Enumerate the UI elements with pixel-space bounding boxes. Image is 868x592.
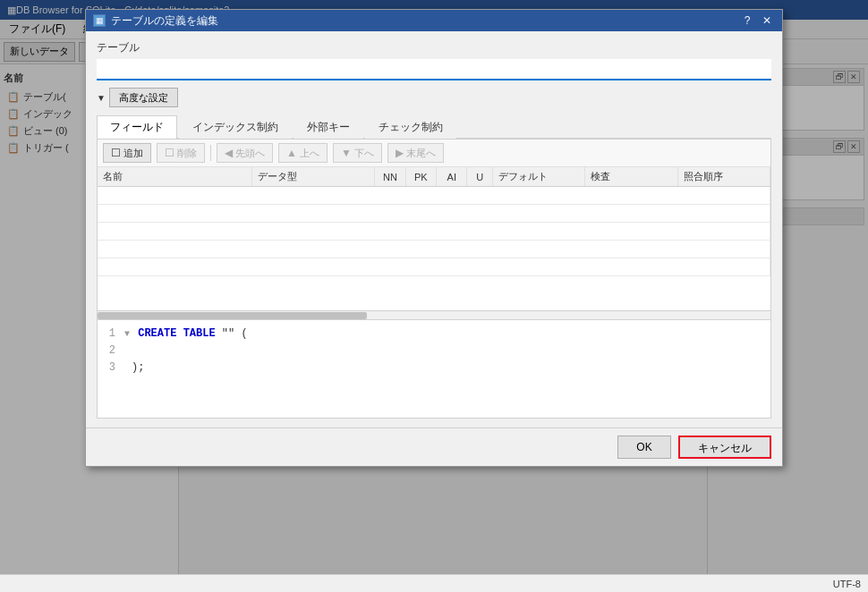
sql-preview-area: 1 2 3 ▼ CREATE TABLE "" ( );	[97, 320, 771, 419]
encoding-label: UTF-8	[833, 579, 861, 589]
fields-toolbar: ☐ 追加 ☐ 削除 ◀ 先頭へ ▲ 上へ	[98, 140, 770, 167]
tab-index-constraints[interactable]: インデックス制約	[179, 115, 292, 139]
collapse-icon[interactable]: ▼	[124, 329, 130, 339]
advanced-toggle[interactable]: ▼ 高度な設定	[97, 88, 771, 107]
modal-controls: ? ✕	[739, 13, 775, 28]
sql-line-1: ▼ CREATE TABLE "" (	[124, 326, 765, 343]
table-row	[98, 258, 770, 276]
toolbar-separator	[210, 145, 211, 161]
modal-content: テーブル ▼ 高度な設定 フィールド インデックス制約 外部キー チェック制約 …	[86, 31, 782, 427]
modal-overlay: ▦ テーブルの定義を編集 ? ✕ テーブル ▼ 高度な設定 フィールド インデッ…	[0, 0, 868, 592]
table-row	[98, 223, 770, 241]
col-nn: NN	[375, 167, 405, 187]
modal-titlebar: ▦ テーブルの定義を編集 ? ✕	[86, 10, 782, 31]
scrollbar-thumb	[98, 312, 367, 319]
move-last-btn[interactable]: ▶ 末尾へ	[387, 143, 444, 163]
sql-code: ▼ CREATE TABLE "" ( );	[124, 326, 765, 412]
add-field-btn[interactable]: ☐ 追加	[103, 143, 151, 163]
delete-icon: ☐	[165, 147, 174, 159]
col-u: U	[467, 167, 493, 187]
table-name-input[interactable]	[97, 59, 771, 80]
table-label: テーブル	[97, 40, 771, 55]
col-name: 名前	[98, 167, 251, 187]
arrow-down-icon: ▼	[97, 93, 106, 103]
modal-footer: OK キャンセル	[86, 427, 782, 466]
tab-check-constraints[interactable]: チェック制約	[365, 115, 456, 139]
fields-table-body	[98, 187, 770, 276]
horizontal-scrollbar[interactable]	[98, 310, 770, 319]
fields-table-container: ☐ 追加 ☐ 削除 ◀ 先頭へ ▲ 上へ	[97, 139, 771, 320]
fields-table: 名前 データ型 NN PK AI U デフォルト 検査 照合順序	[98, 167, 770, 276]
fields-scroll-area[interactable]: 名前 データ型 NN PK AI U デフォルト 検査 照合順序	[98, 167, 770, 310]
move-up-btn[interactable]: ▲ 上へ	[278, 143, 328, 163]
col-collation: 照合順序	[677, 167, 770, 187]
col-check: 検査	[585, 167, 677, 187]
delete-field-btn[interactable]: ☐ 削除	[157, 143, 205, 163]
tabs-bar: フィールド インデックス制約 外部キー チェック制約	[97, 114, 771, 139]
tab-foreign-keys[interactable]: 外部キー	[294, 115, 363, 139]
modal-title: テーブルの定義を編集	[111, 13, 734, 29]
cancel-btn[interactable]: キャンセル	[678, 436, 771, 459]
sql-line-3: );	[124, 359, 765, 376]
move-down-btn[interactable]: ▼ 下へ	[333, 143, 382, 163]
tab-fields[interactable]: フィールド	[97, 115, 177, 139]
table-row	[98, 241, 770, 258]
col-ai: AI	[437, 167, 467, 187]
edit-table-modal: ▦ テーブルの定義を編集 ? ✕ テーブル ▼ 高度な設定 フィールド インデッ…	[85, 9, 783, 467]
table-row	[98, 205, 770, 223]
add-icon: ☐	[111, 147, 121, 159]
modal-help-btn[interactable]: ?	[739, 13, 755, 28]
table-row	[98, 187, 770, 205]
ok-btn[interactable]: OK	[617, 436, 671, 459]
move-first-btn[interactable]: ◀ 先頭へ	[217, 143, 273, 163]
move-down-icon: ▼	[341, 147, 352, 159]
col-type: データ型	[251, 167, 375, 187]
move-first-icon: ◀	[225, 147, 233, 159]
col-default: デフォルト	[493, 167, 585, 187]
line-numbers: 1 2 3	[103, 326, 124, 412]
modal-titlebar-icon: ▦	[93, 14, 106, 27]
move-up-icon: ▲	[286, 147, 297, 159]
col-pk: PK	[405, 167, 436, 187]
sql-line-2	[124, 343, 765, 359]
advanced-settings-btn[interactable]: 高度な設定	[109, 88, 178, 107]
move-last-icon: ▶	[396, 147, 404, 159]
fields-table-header: 名前 データ型 NN PK AI U デフォルト 検査 照合順序	[98, 167, 770, 187]
modal-close-btn[interactable]: ✕	[759, 13, 775, 28]
statusbar: UTF-8	[0, 574, 868, 592]
